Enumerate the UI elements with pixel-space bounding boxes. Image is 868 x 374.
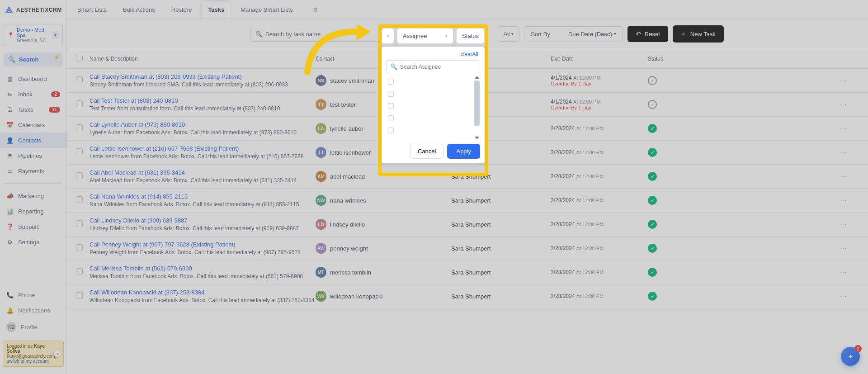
contact-cell[interactable]: AM abel maclead — [316, 171, 451, 182]
task-title[interactable]: Call Abel Maclead at (631) 335-3414 — [90, 169, 316, 176]
task-search[interactable]: 🔍 — [250, 27, 382, 42]
tab-smart-lists[interactable]: Smart Lists — [71, 0, 113, 19]
sidebar-item-inbox[interactable]: ✉Inbox2 — [0, 86, 66, 102]
sidebar-item-phone[interactable]: 📞Phone — [0, 287, 66, 303]
task-title[interactable]: Call Lindsey Dilello at (909) 639-9887 — [90, 217, 316, 224]
task-title[interactable]: Call Lettie Isenhower at (216) 657-7668 … — [90, 145, 316, 152]
row-checkbox[interactable] — [76, 244, 83, 251]
task-search-input[interactable] — [265, 31, 377, 38]
status-done-icon[interactable]: ✓ — [648, 244, 657, 253]
gear-icon[interactable]: ⚙ — [306, 0, 325, 19]
contact-name: abel maclead — [330, 173, 365, 180]
sidebar-item-payments[interactable]: ▭Payments — [0, 163, 66, 179]
row-checkbox[interactable] — [76, 172, 83, 179]
row-menu-icon[interactable]: ⋯ — [841, 149, 847, 156]
contact-cell[interactable]: MT merissa tomblin — [316, 267, 451, 278]
assignee-filter[interactable]: Assignee ▾ — [397, 28, 453, 44]
row-checkbox[interactable] — [76, 268, 83, 275]
assignee-search-input[interactable] — [400, 64, 476, 70]
assignee-option-checkbox[interactable] — [388, 91, 394, 97]
switch-account-link[interactable]: switch to my account — [7, 359, 49, 364]
clear-all-link[interactable]: clearAll — [386, 50, 480, 60]
sidebar-search[interactable]: 🔍 Search ⚡ — [4, 52, 63, 66]
status-filter[interactable]: Status — [456, 28, 485, 44]
sidebar-item-notifications[interactable]: 🔔Notifications — [0, 303, 66, 318]
task-title[interactable]: Call Penney Weight at (907) 797-9628 (Ex… — [90, 241, 316, 248]
sidebar-item-calendars[interactable]: 📅Calendars — [0, 117, 66, 133]
cancel-button[interactable]: Cancel — [410, 144, 443, 159]
row-menu-icon[interactable]: ⋯ — [841, 293, 847, 300]
row-menu-icon[interactable]: ⋯ — [841, 125, 847, 132]
sidebar-item-settings[interactable]: ⚙Settings — [0, 234, 66, 250]
task-title[interactable]: Call Merissa Tomblin at (562) 579-6900 — [90, 265, 316, 272]
assignee-option-checkbox[interactable] — [388, 128, 394, 133]
sidebar-item-tasks[interactable]: ☑Tasks11 — [0, 102, 66, 117]
row-checkbox[interactable] — [76, 124, 83, 131]
chevron-left-icon[interactable]: ‹ — [53, 350, 61, 358]
contact-filter[interactable]: ▾ — [382, 28, 394, 44]
row-menu-icon[interactable]: ⋯ — [841, 101, 847, 108]
row-checkbox[interactable] — [76, 292, 83, 299]
contact-cell[interactable]: PW penney weight — [316, 243, 451, 254]
apply-button[interactable]: Apply — [447, 144, 480, 159]
status-cell: ✓ — [648, 124, 841, 133]
row-checkbox[interactable] — [76, 100, 83, 107]
task-title[interactable]: Call Stacey Smithman at (803) 206-0933 (… — [90, 73, 316, 80]
row-checkbox[interactable] — [76, 196, 83, 203]
contact-cell[interactable]: NW nana wrinkles — [316, 195, 451, 206]
contact-cell[interactable]: LD lindsey dilello — [316, 219, 451, 230]
fab-button[interactable]: ✦ 2 — [841, 347, 860, 366]
plus-icon: ＋ — [681, 30, 687, 38]
row-menu-icon[interactable]: ⋯ — [841, 221, 847, 228]
status-done-icon[interactable]: ✓ — [648, 148, 657, 157]
row-checkbox[interactable] — [76, 148, 83, 155]
row-menu-icon[interactable]: ⋯ — [841, 77, 847, 84]
task-title[interactable]: Call Lynelle Auber at (973) 860-8610 — [90, 121, 316, 128]
row-checkbox[interactable] — [76, 220, 83, 227]
status-done-icon[interactable]: ✓ — [648, 220, 657, 229]
assignee-option-checkbox[interactable] — [388, 115, 394, 121]
tab-manage-smart-lists[interactable]: Manage Smart Lists — [234, 0, 300, 19]
chevron-down-icon: ▾ — [614, 32, 616, 36]
status-done-icon[interactable]: ✓ — [648, 268, 657, 277]
contact-cell[interactable]: WK willodean konopacki — [316, 291, 451, 302]
sidebar-item-support[interactable]: ❓Support — [0, 219, 66, 234]
row-menu-icon[interactable]: ⋯ — [841, 269, 847, 276]
row-checkbox[interactable] — [76, 76, 83, 83]
sidebar-item-reporting[interactable]: 📊Reporting — [0, 204, 66, 219]
sort-selector[interactable]: Sort By Due Date (Desc) ▾ — [524, 26, 623, 42]
status-done-icon[interactable]: ✓ — [648, 292, 657, 301]
sidebar-item-contacts[interactable]: 👤Contacts — [0, 133, 66, 148]
sidebar-item-marketing[interactable]: 📣Marketing — [0, 188, 66, 204]
reset-button[interactable]: ↶ Reset — [627, 26, 668, 42]
tab-bulk-actions[interactable]: Bulk Actions — [116, 0, 162, 19]
task-title[interactable]: Call Willodean Konopacki at (337) 253-83… — [90, 289, 316, 296]
row-menu-icon[interactable]: ⋯ — [841, 173, 847, 180]
sidebar-item-profile[interactable]: KSProfile — [0, 318, 66, 336]
assignee-option-checkbox[interactable] — [388, 103, 394, 109]
scroll-thumb[interactable] — [474, 80, 480, 126]
assignee-search[interactable]: 🔍 — [386, 60, 480, 73]
task-title[interactable]: Call Nana Wrinkles at (914) 855-2115 — [90, 193, 316, 200]
contact-avatar: MT — [316, 267, 326, 278]
status-done-icon[interactable]: ✓ — [648, 172, 657, 181]
tab-tasks[interactable]: Tasks — [201, 0, 231, 19]
status-open-icon[interactable]: ✓ — [648, 100, 657, 109]
status-open-icon[interactable]: ✓ — [648, 76, 657, 85]
status-cell: ✓ — [648, 220, 841, 229]
account-selector[interactable]: 📍 Demo - Med Spa Greenville, SC ▾ — [4, 24, 63, 46]
select-all-checkbox[interactable] — [76, 55, 83, 62]
row-menu-icon[interactable]: ⋯ — [841, 197, 847, 204]
sidebar-item-dashboard[interactable]: ▦Dashboard — [0, 71, 66, 86]
assignee-option-checkbox[interactable] — [388, 79, 394, 85]
status-done-icon[interactable]: ✓ — [648, 196, 657, 205]
row-menu-icon[interactable]: ⋯ — [841, 245, 847, 252]
status-done-icon[interactable]: ✓ — [648, 124, 657, 133]
new-task-button[interactable]: ＋ New Task — [673, 25, 724, 43]
task-desc: Lynelle Auber from Facebook Ads: Botox. … — [90, 129, 316, 136]
tab-restore[interactable]: Restore — [165, 0, 199, 19]
sidebar-item-pipelines[interactable]: ⚑Pipelines — [0, 148, 66, 163]
assignee-scrollbar[interactable] — [474, 76, 480, 139]
task-title[interactable]: Call Test Tester at (803) 240-0810 — [90, 97, 316, 104]
filter-all[interactable]: All ▾ — [498, 26, 519, 42]
